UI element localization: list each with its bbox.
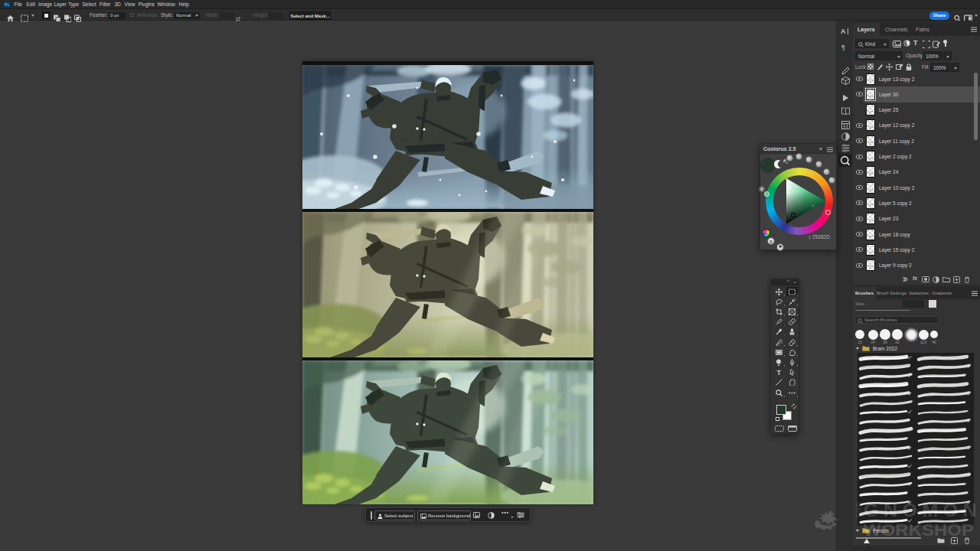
svg-text:T: T — [777, 369, 782, 376]
